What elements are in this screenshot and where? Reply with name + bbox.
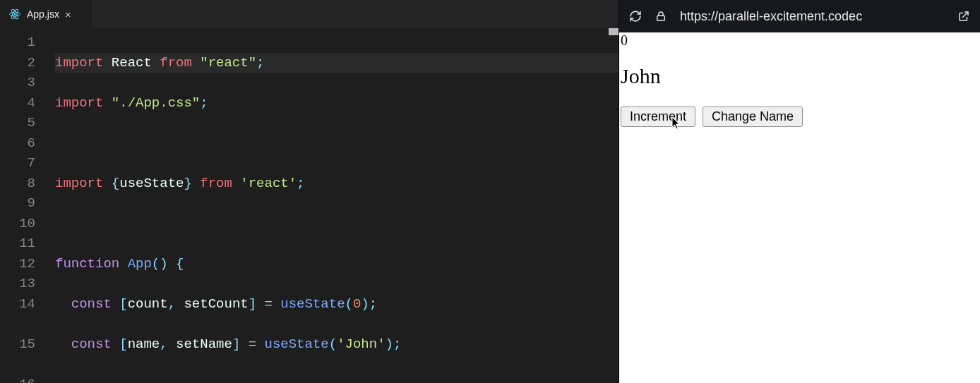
increment-button[interactable]: Increment [621,107,695,127]
react-icon [8,8,21,20]
svg-point-0 [14,13,16,16]
editor-body[interactable]: 123 456 789 101112 1314 1516 import Reac… [0,28,619,383]
editor-pane: App.jsx × 123 456 789 101112 1314 1516 i… [0,0,619,383]
count-value: 0 [621,32,979,49]
tab-appjsx[interactable]: App.jsx × [0,0,92,28]
tab-bar: App.jsx × [0,0,619,28]
line-gutter: 123 456 789 101112 1314 1516 [0,28,55,383]
preview-url[interactable]: https://parallel-excitement.codec [680,9,945,24]
refresh-icon[interactable] [629,10,642,23]
lock-icon [655,10,667,23]
preview-buttons: Increment Change Name [621,107,979,127]
preview-pane: https://parallel-excitement.codec 0 John… [619,0,980,383]
external-link-icon[interactable] [957,10,970,23]
change-name-button[interactable]: Change Name [703,107,803,127]
preview-toolbar: https://parallel-excitement.codec [619,0,980,32]
tab-filename: App.jsx [27,8,59,20]
svg-rect-4 [657,16,665,20]
name-value: John [621,64,979,88]
code-area[interactable]: import React from "react"; import "./App… [55,28,619,383]
close-icon[interactable]: × [65,9,71,20]
preview-content: 0 John Increment Change Name [619,32,980,383]
